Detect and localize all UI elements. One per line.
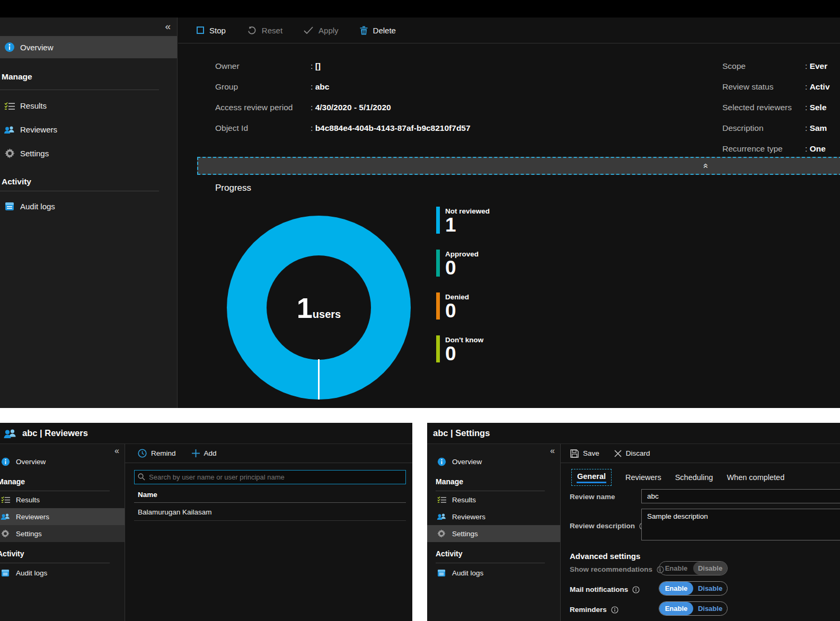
sidebar-item-results[interactable]: Results — [427, 491, 560, 508]
sidebar-item-label: Results — [452, 496, 476, 504]
sidebar-item-results[interactable]: Results — [0, 491, 125, 508]
collapse-sidebar-icon[interactable]: « — [165, 21, 171, 31]
sidebar-section-activity: Activity — [427, 546, 560, 562]
sidebar-item-settings[interactable]: Settings — [427, 525, 560, 542]
delete-button[interactable]: Delete — [360, 26, 396, 35]
disable-option[interactable]: Disable — [693, 602, 727, 615]
sidebar-section-activity: Activity — [0, 174, 177, 190]
audit-log-icon — [0, 569, 11, 577]
enable-option[interactable]: Enable — [659, 602, 693, 615]
show-recommendations-toggle[interactable]: Enable Disable — [659, 561, 728, 575]
stop-icon — [197, 26, 204, 34]
table-column-header: Name — [138, 491, 157, 499]
detail-row: Selected reviewersSele — [722, 97, 830, 118]
legend-item: Approved0 — [436, 250, 490, 279]
info-circle-icon — [4, 42, 15, 52]
sidebar-item-results[interactable]: Results — [0, 94, 177, 118]
people-icon — [4, 126, 15, 134]
tab-when-completed[interactable]: When completed — [727, 473, 784, 482]
enable-option[interactable]: Enable — [659, 562, 693, 575]
legend-item: Denied0 — [436, 292, 490, 322]
panel-title: abc | Reviewers — [22, 428, 88, 438]
detail-row: ScopeEver — [722, 56, 830, 76]
advanced-settings-heading: Advanced settings — [570, 552, 640, 561]
add-button[interactable]: Add — [192, 449, 217, 457]
gear-icon — [0, 529, 11, 538]
divider — [134, 520, 406, 521]
sidebar-item-overview[interactable]: Overview — [0, 36, 177, 58]
reviewers-content: Remind Add Name Balamurugan Kailasam — [125, 444, 412, 621]
review-name-input[interactable] — [641, 489, 840, 503]
tab-scheduling[interactable]: Scheduling — [675, 473, 713, 482]
info-circle-icon — [436, 457, 447, 466]
sidebar-item-settings[interactable]: Settings — [0, 525, 125, 542]
command-bar: Stop Reset Apply Delete — [178, 17, 840, 43]
sidebar-item-overview[interactable]: Overview — [427, 453, 560, 471]
collapse-sidebar-icon[interactable]: « — [550, 447, 555, 455]
discard-button[interactable]: Discard — [614, 449, 650, 457]
detail-row: Recurrence typeOne — [722, 138, 830, 159]
checklist-icon — [0, 496, 11, 503]
progress-donut-chart: 1 users — [227, 216, 411, 400]
mail-notifications-label: Mail notifications — [570, 585, 640, 593]
sidebar-item-label: Reviewers — [20, 125, 57, 134]
collapse-sidebar-icon[interactable]: « — [114, 447, 119, 455]
sidebar: « Overview Manage Results Reviewers Sett… — [427, 444, 561, 621]
sidebar-item-audit-logs[interactable]: Audit logs — [427, 564, 560, 581]
legend-color-bar — [436, 207, 440, 234]
sidebar-item-reviewers[interactable]: Reviewers — [0, 508, 125, 525]
sidebar-section-manage: Manage — [427, 474, 560, 490]
collapse-section-icon: « — [701, 163, 711, 168]
legend-item: Not reviewed1 — [436, 207, 490, 236]
divider — [0, 90, 159, 90]
enable-option[interactable]: Enable — [659, 582, 693, 595]
review-description-input[interactable]: Sample description — [641, 509, 840, 540]
detail-row: Groupabc — [215, 76, 471, 97]
sidebar-item-label: Audit logs — [452, 569, 483, 577]
mail-notifications-toggle[interactable]: Enable Disable — [659, 581, 728, 596]
plus-icon — [192, 449, 200, 457]
sidebar: « Overview Manage Results Reviewers — [0, 17, 178, 408]
disable-option[interactable]: Disable — [693, 582, 727, 595]
collapsed-section-expander[interactable]: « — [197, 157, 840, 175]
divider — [0, 563, 110, 563]
tab-reviewers[interactable]: Reviewers — [625, 473, 661, 482]
checklist-icon — [436, 496, 447, 503]
people-icon — [0, 513, 11, 520]
remind-button[interactable]: Remind — [138, 449, 176, 458]
sidebar-item-settings[interactable]: Settings — [0, 141, 177, 165]
gear-icon — [436, 529, 447, 538]
disable-option[interactable]: Disable — [693, 562, 727, 575]
sidebar-item-overview[interactable]: Overview — [0, 453, 125, 471]
sidebar-item-label: Overview — [20, 43, 54, 52]
chart-legend: Not reviewed1 Approved0 Denied0 Don't kn… — [436, 207, 490, 364]
tab-general[interactable]: General — [571, 469, 612, 486]
people-icon — [436, 513, 447, 520]
divider — [134, 502, 406, 503]
info-icon — [632, 586, 640, 593]
search-input[interactable] — [134, 470, 406, 484]
audit-log-icon — [436, 569, 447, 577]
sidebar-item-reviewers[interactable]: Reviewers — [0, 118, 177, 141]
sidebar-item-audit-logs[interactable]: Audit logs — [0, 194, 177, 218]
sidebar-item-reviewers[interactable]: Reviewers — [427, 508, 560, 525]
info-circle-icon — [0, 457, 11, 466]
sidebar-item-label: Reviewers — [16, 513, 49, 521]
review-name-label: Review name — [570, 493, 615, 501]
legend-item: Don't know0 — [436, 335, 490, 365]
reset-button[interactable]: Reset — [247, 26, 282, 35]
sidebar-item-audit-logs[interactable]: Audit logs — [0, 564, 125, 581]
reviewers-panel: abc | Reviewers « Overview Manage Result… — [0, 423, 412, 621]
stop-button[interactable]: Stop — [197, 26, 226, 35]
reminders-toggle[interactable]: Enable Disable — [659, 601, 728, 616]
table-row[interactable]: Balamurugan Kailasam — [138, 508, 212, 516]
sidebar-item-label: Audit logs — [16, 569, 47, 577]
sidebar-section-manage: Manage — [0, 474, 125, 490]
close-icon — [614, 450, 622, 457]
apply-button[interactable]: Apply — [304, 26, 339, 35]
detail-row: Review statusActiv — [722, 76, 830, 97]
save-button[interactable]: Save — [570, 449, 599, 458]
reminders-label: Reminders — [570, 606, 618, 614]
detail-row: Owner[] — [215, 56, 471, 76]
top-black-bar — [0, 0, 840, 17]
